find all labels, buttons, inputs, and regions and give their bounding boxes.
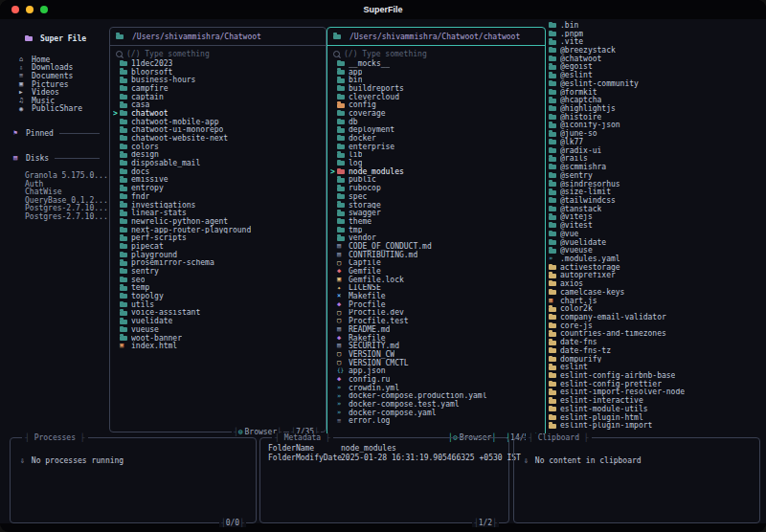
- file-row[interactable]: vendor: [330, 233, 543, 242]
- file-row[interactable]: config.ru: [330, 375, 543, 384]
- file-row[interactable]: docker: [330, 134, 543, 143]
- file-row[interactable]: eslint-interactive: [549, 396, 763, 405]
- file-row[interactable]: @chatwoot: [549, 55, 763, 63]
- file-row[interactable]: chatwoot-ui-monorepo: [113, 126, 324, 135]
- file-row[interactable]: coverage: [330, 109, 543, 118]
- sidebar-item[interactable]: Documents: [19, 72, 105, 80]
- file-row[interactable]: deployment: [330, 126, 543, 135]
- file-row[interactable]: casa: [113, 100, 324, 109]
- file-row[interactable]: @scmmishra: [549, 163, 763, 171]
- file-row[interactable]: @eslint-community: [549, 79, 763, 88]
- file-row[interactable]: theme: [330, 217, 543, 226]
- file-row[interactable]: utils: [113, 300, 324, 309]
- file-row[interactable]: crowdin.yml: [330, 384, 543, 392]
- file-row[interactable]: company-email-validator: [549, 313, 763, 321]
- file-row[interactable]: @rails: [549, 155, 763, 164]
- file-row[interactable]: @formkit: [549, 88, 763, 97]
- file-row[interactable]: @vuelidate: [549, 238, 763, 247]
- file-row[interactable]: .bin: [549, 21, 763, 30]
- file-row[interactable]: eslint-config-airbnb-base: [549, 371, 763, 380]
- file-row[interactable]: bin: [330, 76, 543, 84]
- file-row[interactable]: README.md: [330, 325, 543, 334]
- file-row[interactable]: 11dec2023: [113, 59, 324, 68]
- file-row[interactable]: chart.js: [549, 297, 763, 305]
- file-row[interactable]: captain: [113, 93, 324, 101]
- file-row[interactable]: newrelic-python-agent: [113, 217, 324, 226]
- sidebar-item[interactable]: Home: [19, 55, 105, 64]
- sidebar-item[interactable]: Pictures: [19, 80, 105, 89]
- file-row[interactable]: docker-compose.yaml: [330, 409, 543, 417]
- file-row[interactable]: Procfile: [330, 300, 543, 309]
- file-row[interactable]: @sindresorhus: [549, 180, 763, 188]
- disk-item[interactable]: Postgres-2.7.10...: [25, 212, 105, 221]
- file-row[interactable]: camelcase-keys: [549, 288, 763, 297]
- file-row[interactable]: core-js: [549, 321, 763, 330]
- file-row[interactable]: public: [330, 176, 543, 185]
- file-row[interactable]: db: [330, 118, 543, 126]
- file-row[interactable]: Procfile.test: [330, 317, 543, 325]
- file-row[interactable]: playground: [113, 251, 324, 259]
- disk-item[interactable]: Auth: [25, 180, 105, 188]
- file-row[interactable]: Gemfile.lock: [330, 276, 543, 284]
- file-row[interactable]: __mocks__: [330, 59, 543, 68]
- file-row[interactable]: bloorsoft: [113, 68, 324, 77]
- file-row[interactable]: app: [330, 68, 543, 77]
- file-row[interactable]: @vue: [549, 230, 763, 238]
- file-row[interactable]: enterprise: [330, 143, 543, 151]
- file-row[interactable]: entropy: [113, 184, 324, 192]
- file-row[interactable]: sentry: [113, 267, 324, 276]
- file-row[interactable]: chatwoot-mobile-app: [113, 118, 324, 126]
- file-row[interactable]: seo: [113, 276, 324, 284]
- file-row[interactable]: swagger: [330, 209, 543, 217]
- file-row[interactable]: eslint-config-prettier: [549, 380, 763, 388]
- file-row[interactable]: date-fns: [549, 338, 763, 346]
- file-row[interactable]: Procfile.dev: [330, 309, 543, 318]
- file-row[interactable]: colors: [113, 143, 324, 151]
- file-row[interactable]: storage: [330, 201, 543, 210]
- file-row[interactable]: eslint-module-utils: [549, 405, 763, 413]
- file-row[interactable]: linear-stats: [113, 209, 324, 217]
- file-row[interactable]: @june-so: [549, 129, 763, 138]
- file-row[interactable]: dompurify: [549, 355, 763, 364]
- file-row[interactable]: .vite: [549, 37, 763, 46]
- file-row[interactable]: tmp: [330, 226, 543, 234]
- file-row[interactable]: SECURITY.md: [330, 342, 543, 350]
- file-row[interactable]: @radix-ui: [549, 146, 763, 155]
- file-row[interactable]: fndr: [113, 192, 324, 201]
- file-row[interactable]: color2k: [549, 304, 763, 313]
- file-row[interactable]: @vitest: [549, 221, 763, 230]
- file-row[interactable]: @tanstack: [549, 205, 763, 213]
- file-row[interactable]: config: [330, 100, 543, 109]
- file-row[interactable]: countries-and-timezones: [549, 330, 763, 339]
- file-row[interactable]: @breezystack: [549, 46, 763, 55]
- file-row[interactable]: @sentry: [549, 171, 763, 180]
- file-row[interactable]: emissive: [113, 176, 324, 185]
- file-row[interactable]: @lk77: [549, 138, 763, 146]
- file-row[interactable]: activestorage: [549, 263, 763, 272]
- file-row[interactable]: temp: [113, 284, 324, 293]
- file-row[interactable]: design: [113, 151, 324, 160]
- file-row[interactable]: eslint-import-resolver-node: [549, 388, 763, 397]
- file-row[interactable]: @vitejs: [549, 213, 763, 222]
- file-row[interactable]: business-hours: [113, 76, 324, 84]
- file-row[interactable]: perf-scripts: [113, 233, 324, 242]
- file-row[interactable]: eslint-plugin-import: [549, 422, 763, 431]
- file-row[interactable]: Makefile: [330, 292, 543, 300]
- sidebar-item[interactable]: PublicShare: [19, 105, 105, 114]
- file-row[interactable]: @iconify-json: [549, 122, 763, 130]
- file-row[interactable]: buildreports: [330, 84, 543, 93]
- file-row[interactable]: eslint-plugin-html: [549, 413, 763, 422]
- file-row[interactable]: CONTRIBUTING.md: [330, 251, 543, 259]
- file-row[interactable]: log: [330, 159, 543, 167]
- file-row[interactable]: voice-assistant: [113, 309, 324, 318]
- file-row[interactable]: campfire: [113, 84, 324, 93]
- file-row[interactable]: vuelidate: [113, 317, 324, 325]
- file-row[interactable]: index.html: [113, 342, 324, 350]
- path-bar[interactable]: /Users/shivammishra/Chatwoot/chatwoot: [327, 28, 545, 46]
- file-row[interactable]: .modules.yaml: [549, 255, 763, 263]
- file-row[interactable]: Capfile: [330, 259, 543, 268]
- file-row[interactable]: Rakefile: [330, 334, 543, 343]
- file-row[interactable]: disposable_mail: [113, 159, 324, 167]
- file-row[interactable]: node_modules: [330, 167, 543, 176]
- file-row[interactable]: .pnpm: [549, 30, 763, 38]
